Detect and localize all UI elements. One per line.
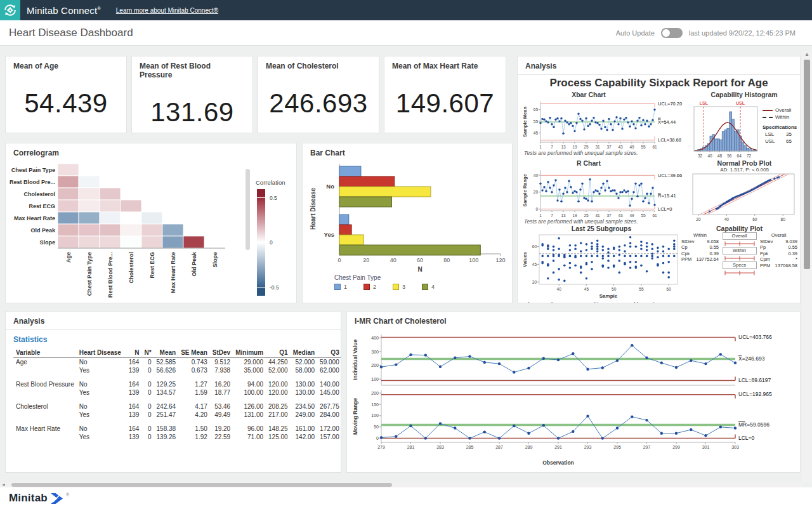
svg-text:45: 45: [584, 287, 589, 291]
svg-text:100: 100: [469, 257, 478, 263]
r-chart: R Chart0204017131925313743495561UCL=39.6…: [521, 159, 691, 225]
colorbar-tick-label: 0: [270, 239, 273, 246]
brand-name: Minitab Connect®: [27, 5, 101, 16]
panel-scrollbar-thumb[interactable]: [246, 169, 250, 250]
svg-text:0: 0: [535, 207, 538, 211]
table-row: Max Heart RateNo1640158.381.5019.2096.00…: [13, 425, 341, 433]
colorbar-tick-label: -0.5: [270, 284, 279, 291]
colorbar-tick-label: 0.5: [270, 195, 277, 201]
kpi-title: Mean of Cholesterol: [258, 56, 379, 74]
normal-prob-plot: Normal Prob PlotAD: 1.517, P: < 0.005204…: [691, 159, 797, 225]
svg-text:60: 60: [417, 257, 423, 263]
svg-text:45: 45: [534, 131, 539, 135]
imr-chart-panel: I-MR Chart of Cholesterol 100200300400UC…: [346, 311, 801, 473]
svg-text:64: 64: [737, 154, 742, 158]
table-row: CholesterolNo1640242.644.1753.46126.0020…: [13, 402, 341, 411]
svg-text:60: 60: [667, 287, 672, 291]
table-row: Yes1390139.261.9222.5971.00125.00142.001…: [13, 433, 341, 441]
svg-text:100: 100: [371, 377, 379, 381]
svg-text:303: 303: [731, 445, 739, 449]
sixpack-report-title: Process Capability Sixpack Report for Ag…: [521, 77, 796, 89]
table-row: Rest Blood PressureNo1640129.251.2716.20…: [13, 380, 341, 388]
svg-text:25: 25: [584, 213, 589, 218]
svg-text:299: 299: [672, 445, 680, 449]
xbar-chart: Xbar Chart45556517131925313743495561UCL=…: [521, 91, 691, 159]
scroll-up-icon[interactable]: ▲: [802, 51, 812, 58]
header-right: Auto Update last updated 9/20/22, 12:45:…: [616, 28, 796, 38]
bar-legend-item: 1: [334, 284, 347, 290]
svg-text:Rest Blood Pre...: Rest Blood Pre...: [10, 179, 55, 185]
svg-text:31: 31: [595, 213, 600, 218]
scroll-left-icon[interactable]: ◄: [1, 482, 6, 487]
toggle-knob: [662, 29, 670, 37]
svg-text:Sample: Sample: [599, 293, 618, 299]
kpi-value: 246.693: [258, 88, 379, 119]
svg-text:37: 37: [606, 145, 612, 149]
svg-text:43: 43: [618, 145, 623, 149]
svg-text:120: 120: [495, 257, 505, 263]
svg-text:200: 200: [371, 363, 379, 367]
vertical-scrollbar-thumb[interactable]: [804, 60, 810, 269]
svg-text:Old Peak: Old Peak: [191, 251, 197, 277]
svg-text:283: 283: [436, 445, 444, 449]
svg-text:300: 300: [371, 350, 379, 354]
panel-title: Analysis: [518, 56, 800, 75]
panel-title: Bar Chart: [303, 143, 512, 161]
sixpack-figure: Process Capability Sixpack Report for Ag…: [518, 75, 800, 303]
last-25-subgroups-chart: Last 25 Subgroups3045604045505560SampleV…: [521, 225, 681, 300]
svg-text:Max Heart Rate: Max Heart Rate: [14, 215, 55, 221]
screen: Minitab Connect® Learn more about Minita…: [0, 0, 812, 509]
svg-text:Max Heart Rate: Max Heart Rate: [170, 252, 176, 293]
svg-text:80: 80: [781, 217, 786, 221]
svg-text:297: 297: [643, 445, 651, 449]
svg-text:40: 40: [707, 154, 712, 158]
svg-text:37: 37: [606, 213, 612, 218]
svg-text:49: 49: [629, 145, 634, 149]
svg-text:301: 301: [702, 445, 710, 449]
learn-more-link[interactable]: Learn more about Minitab Connect®: [116, 7, 218, 14]
kpi-title: Mean of Age: [6, 56, 126, 74]
svg-text:60: 60: [752, 217, 757, 221]
minitab-connect-logo-icon[interactable]: [0, 0, 20, 20]
kpi-value: 54.439: [6, 88, 126, 119]
bar-legend-title: Chest Pain Type: [334, 274, 512, 281]
svg-text:UCL=70.20: UCL=70.20: [658, 101, 682, 107]
svg-text:UCL=192.965: UCL=192.965: [738, 391, 772, 397]
auto-update-toggle[interactable]: [661, 28, 683, 38]
svg-text:LCL=0: LCL=0: [658, 206, 672, 212]
svg-text:150: 150: [371, 402, 379, 407]
table-row: AgeNo164052.5850.7439.51229.00044.25052.…: [13, 358, 341, 367]
svg-text:1: 1: [539, 145, 542, 149]
table-row: Yes1390251.474.2049.49131.00217.00249.00…: [13, 411, 341, 419]
svg-text:60: 60: [532, 244, 537, 249]
svg-text:25: 25: [584, 145, 589, 149]
capability-histogram: Capability HistogramLSLUSL324048566472Ov…: [691, 91, 797, 159]
svg-text:40: 40: [534, 173, 539, 178]
svg-text:55: 55: [534, 119, 539, 124]
svg-text:200: 200: [371, 391, 379, 395]
svg-text:N: N: [417, 266, 422, 273]
bar-chart-figure: NoYes020406080100120NHeart Disease: [303, 161, 512, 273]
panel-title: Analysis: [6, 312, 341, 330]
vertical-scrollbar[interactable]: ▲: [802, 51, 812, 482]
panel-title: Correlogram: [6, 143, 296, 161]
svg-text:LSL: LSL: [700, 101, 709, 105]
horizontal-scrollbar[interactable]: ◄: [0, 482, 802, 487]
horizontal-scrollbar-thumb[interactable]: [11, 483, 392, 487]
svg-text:Rest ECG: Rest ECG: [29, 203, 55, 209]
svg-text:19: 19: [572, 145, 577, 149]
svg-text:55: 55: [641, 213, 646, 218]
bar-legend-item: 3: [393, 284, 405, 290]
svg-text:400: 400: [371, 336, 379, 340]
statistics-table: VariableHeart DiseaseNN*MeanSE MeanStDev…: [13, 348, 341, 441]
svg-text:1: 1: [539, 213, 542, 218]
svg-text:X=246.693: X=246.693: [738, 355, 765, 362]
svg-text:Chest Pain Type: Chest Pain Type: [86, 252, 93, 296]
capability-plot-block: Capability PlotWithinStDev9.058Cp0.55Cpk…: [681, 225, 797, 300]
svg-text:13: 13: [561, 145, 566, 149]
page-title: Heart Disease Dashboard: [9, 27, 133, 39]
kpi-value: 149.607: [384, 88, 506, 119]
last-updated-text: last updated 9/20/22, 12:45:23 PM: [689, 29, 796, 37]
svg-text:289: 289: [525, 445, 533, 449]
svg-text:Cholesterol: Cholesterol: [128, 252, 134, 284]
